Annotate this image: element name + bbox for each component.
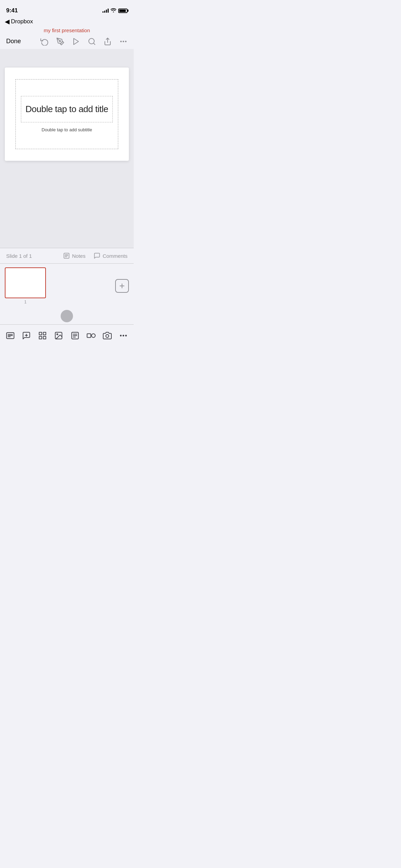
more-icon[interactable] <box>119 37 127 46</box>
slide-subtitle-placeholder: Double tap to add subtitle <box>41 127 92 132</box>
status-icons <box>102 8 127 13</box>
slide-meta-bar: Slide 1 of 1 Notes Comments <box>0 248 134 263</box>
svg-point-34 <box>123 335 124 336</box>
comments-button[interactable]: Comments <box>94 252 127 259</box>
comments-icon <box>94 252 100 259</box>
notes-button[interactable]: Notes <box>63 252 85 259</box>
svg-rect-23 <box>43 336 46 339</box>
bottom-toolbar <box>0 324 134 352</box>
play-icon[interactable] <box>72 37 80 46</box>
scroll-indicator <box>0 308 134 324</box>
done-button[interactable]: Done <box>6 36 21 46</box>
annotate-icon[interactable] <box>56 37 64 46</box>
status-time: 9:41 <box>6 7 18 14</box>
add-slide-button[interactable] <box>115 279 129 293</box>
thumbnail-strip: 1 <box>0 263 134 308</box>
search-icon[interactable] <box>88 37 96 46</box>
thumbnail-scroll: 1 <box>5 267 111 304</box>
status-bar: 9:41 <box>0 0 134 16</box>
slide-area: Double tap to add title Double tap to ad… <box>0 49 134 179</box>
svg-point-35 <box>126 335 127 336</box>
title-bar: my first presentation <box>0 25 134 35</box>
presentation-title[interactable]: my first presentation <box>44 27 90 33</box>
insert-image-icon <box>54 331 63 340</box>
svg-line-3 <box>94 43 95 44</box>
scroll-dot <box>61 310 73 322</box>
thumbnail-number: 1 <box>24 300 27 304</box>
svg-point-32 <box>106 335 109 338</box>
svg-rect-22 <box>39 336 42 339</box>
main-toolbar: Done <box>0 35 134 49</box>
undo-icon[interactable] <box>40 37 49 46</box>
slides-button[interactable] <box>2 328 18 343</box>
more-tools-button[interactable] <box>116 328 132 343</box>
signal-icon <box>102 9 109 13</box>
svg-rect-30 <box>87 334 91 338</box>
objects-button[interactable] <box>83 328 99 343</box>
format-button[interactable] <box>67 328 83 343</box>
svg-point-33 <box>120 335 121 336</box>
slides-icon <box>6 331 15 340</box>
slide-title-placeholder: Double tap to add title <box>25 104 108 114</box>
slide-card[interactable]: Double tap to add title Double tap to ad… <box>5 68 129 161</box>
toolbar-right <box>40 37 127 46</box>
notes-label: Notes <box>72 253 85 259</box>
format-icon <box>71 331 80 340</box>
camera-icon <box>103 331 112 340</box>
svg-rect-20 <box>39 332 42 335</box>
below-slide-area <box>0 179 134 248</box>
comments-label: Comments <box>102 253 127 259</box>
add-comment-icon <box>22 331 31 340</box>
add-comment-button[interactable] <box>18 328 34 343</box>
share-icon[interactable] <box>104 37 112 46</box>
svg-point-6 <box>123 41 124 42</box>
back-navigation: ◀ Dropbox <box>0 16 134 25</box>
svg-point-5 <box>121 41 121 42</box>
svg-rect-31 <box>92 334 95 338</box>
more-tools-icon <box>119 331 128 340</box>
toolbar-left: Done <box>6 36 21 46</box>
svg-marker-1 <box>74 38 78 45</box>
slide-content-box: Double tap to add title Double tap to ad… <box>15 79 118 149</box>
title-placeholder-box[interactable]: Double tap to add title <box>21 96 113 122</box>
grid-view-icon <box>38 331 47 340</box>
add-slide-icon <box>119 282 125 289</box>
thumbnail-slide[interactable] <box>5 267 46 298</box>
objects-icon <box>87 331 96 340</box>
battery-icon <box>118 9 127 13</box>
svg-point-0 <box>59 40 61 42</box>
thumbnail-item[interactable]: 1 <box>5 267 46 304</box>
slide-count: Slide 1 of 1 <box>6 253 32 259</box>
camera-button[interactable] <box>99 328 116 343</box>
grid-view-button[interactable] <box>35 328 51 343</box>
back-button[interactable]: ◀ Dropbox <box>5 18 33 25</box>
back-label: Dropbox <box>11 18 33 25</box>
wifi-icon <box>111 8 116 13</box>
svg-point-7 <box>125 41 126 42</box>
meta-actions: Notes Comments <box>63 252 127 259</box>
svg-point-25 <box>57 334 58 335</box>
back-chevron-icon: ◀ <box>5 18 10 25</box>
notes-icon <box>63 252 70 259</box>
insert-image-button[interactable] <box>51 328 67 343</box>
svg-rect-21 <box>43 332 46 335</box>
